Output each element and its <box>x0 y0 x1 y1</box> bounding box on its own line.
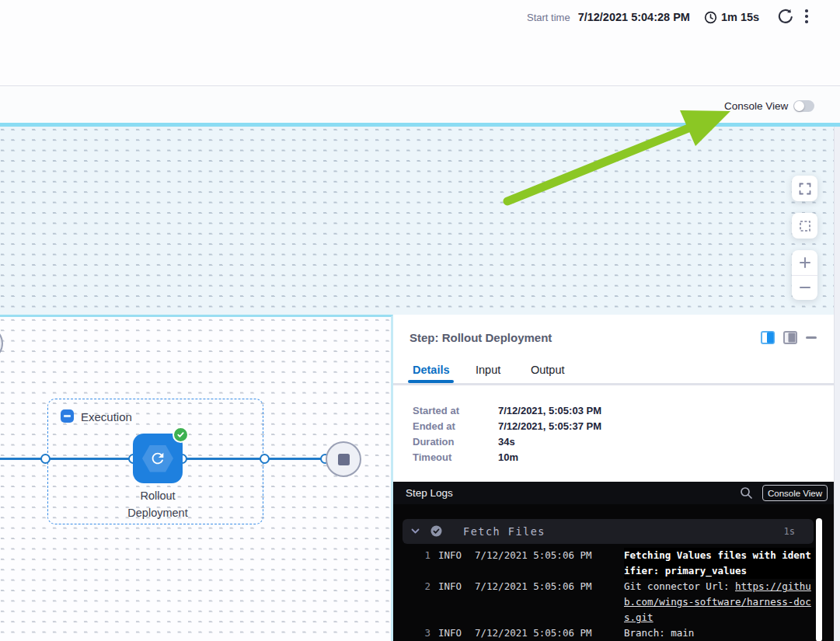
log-section-name: Fetch Files <box>463 525 545 538</box>
console-view-toggle[interactable] <box>793 100 814 112</box>
detail-label: Timeout <box>413 451 498 463</box>
detail-value: 7/12/2021, 5:05:37 PM <box>498 420 601 432</box>
connector-dot <box>260 454 270 464</box>
console-view-button[interactable]: Console View <box>762 485 828 501</box>
start-time-value: 7/12/2021 5:04:28 PM <box>578 11 690 23</box>
log-line: 1 INFO 7/12/2021 5:05:06 PM Fetching Val… <box>393 548 824 579</box>
log-line-number: 1 <box>393 548 430 563</box>
zoom-controls <box>792 250 817 300</box>
log-level: INFO <box>438 625 472 641</box>
step-node-label: Rollout Deployment <box>96 487 220 521</box>
execution-graph-canvas[interactable]: Execution Rollout Deployment <box>0 315 393 641</box>
detail-label: Started at <box>413 405 498 416</box>
log-message: Fetching Values files with identifier: p… <box>624 548 815 579</box>
log-viewer[interactable]: Fetch Files 1s 1 INFO 7/12/2021 5:05:06 … <box>393 504 834 641</box>
section-success-icon <box>430 525 442 537</box>
step-logs-title: Step Logs <box>406 487 453 499</box>
log-line-number: 3 <box>393 625 430 641</box>
toggle-knob <box>794 101 804 111</box>
zoom-out-button[interactable] <box>792 276 817 301</box>
detail-value: 34s <box>498 436 515 448</box>
log-line: 2 INFO 7/12/2021 5:05:06 PM Git connecto… <box>393 579 824 625</box>
chevron-down-icon[interactable] <box>410 526 420 536</box>
view-toolbar <box>0 87 840 123</box>
execution-header: Start time 7/12/2021 5:04:28 PM 1m 15s <box>0 0 840 86</box>
detail-row-started: Started at 7/12/2021, 5:05:03 PM <box>413 405 601 416</box>
minimize-panel-button[interactable] <box>806 336 817 339</box>
log-message: Git connector Url: https://github.com/wi… <box>624 579 815 625</box>
tab-output[interactable]: Output <box>531 364 565 376</box>
tab-input[interactable]: Input <box>476 364 500 376</box>
zoom-in-button[interactable] <box>792 250 817 276</box>
log-timestamp: 7/12/2021 5:05:06 PM <box>475 579 620 594</box>
log-timestamp: 7/12/2021 5:05:06 PM <box>475 548 620 563</box>
offscreen-node <box>0 326 3 361</box>
pipeline-canvas[interactable] <box>0 127 834 315</box>
panel-title: Step: Rollout Deployment <box>410 331 552 344</box>
detail-value: 7/12/2021, 5:05:03 PM <box>498 405 601 416</box>
panel-view-button[interactable] <box>783 331 797 344</box>
step-details-panel: Step: Rollout Deployment Details Input O… <box>393 315 834 641</box>
search-icon[interactable] <box>740 486 753 500</box>
log-section-fetch-files[interactable]: Fetch Files 1s <box>403 519 814 544</box>
detail-label: Duration <box>413 436 498 448</box>
stop-icon <box>338 454 350 465</box>
pipeline-execution-screen: Start time 7/12/2021 5:04:28 PM 1m 15s C… <box>0 0 840 641</box>
detail-row-timeout: Timeout 10m <box>413 451 518 463</box>
rollout-hexagon-icon <box>142 445 173 472</box>
log-line: 3 INFO 7/12/2021 5:05:06 PM Branch: main <box>393 625 824 641</box>
log-level: INFO <box>438 579 472 594</box>
detail-row-duration: Duration 34s <box>413 436 515 448</box>
refresh-button[interactable] <box>776 7 795 26</box>
success-check-icon <box>173 427 189 443</box>
log-line-number: 2 <box>393 579 430 594</box>
start-time-label: Start time <box>527 12 570 23</box>
tabs-divider <box>393 383 834 386</box>
start-time-group: Start time 7/12/2021 5:04:28 PM 1m 15s <box>527 8 759 26</box>
tab-details[interactable]: Details <box>413 364 450 376</box>
log-timestamp: 7/12/2021 5:05:06 PM <box>475 625 620 641</box>
log-level: INFO <box>438 548 472 563</box>
console-view-label: Console View <box>724 100 788 112</box>
fullscreen-button[interactable] <box>792 176 817 201</box>
page-scrollbar[interactable] <box>834 127 840 641</box>
log-message: Branch: main <box>624 625 815 641</box>
elapsed-time: 1m 15s <box>721 11 759 23</box>
detail-label: Ended at <box>413 420 498 432</box>
collapse-group-button[interactable] <box>61 409 74 423</box>
step-logs-bar: Step Logs Console View <box>393 482 834 504</box>
stop-node[interactable] <box>326 441 361 477</box>
detail-row-ended: Ended at 7/12/2021, 5:05:37 PM <box>413 420 601 432</box>
elapsed-group: 1m 15s <box>704 11 759 24</box>
log-scrollbar[interactable] <box>816 518 822 641</box>
clock-icon <box>704 11 717 24</box>
connector-dot <box>40 454 51 464</box>
execution-group-label: Execution <box>81 410 132 423</box>
log-section-duration: 1s <box>784 526 795 537</box>
detail-value: 10m <box>498 451 518 463</box>
fit-selection-button[interactable] <box>792 213 817 239</box>
more-options-button[interactable] <box>801 8 812 25</box>
split-view-button[interactable] <box>761 331 775 344</box>
